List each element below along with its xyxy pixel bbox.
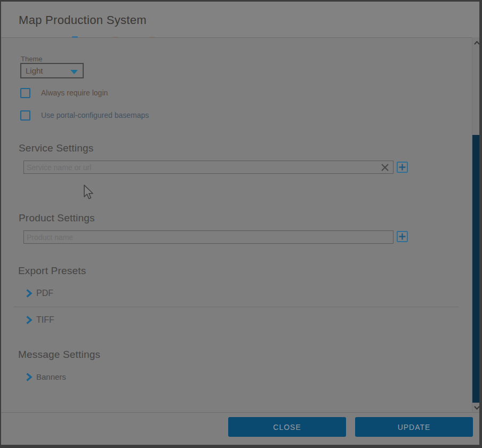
checkbox-label: Use portal-configured basemaps <box>41 111 149 119</box>
export-presets-heading: Export Presets <box>18 265 86 277</box>
update-button[interactable]: UPDATE <box>355 417 473 437</box>
checkbox-label: Always require login <box>41 89 108 97</box>
chevron-down-icon <box>474 406 480 410</box>
chevron-right-icon <box>26 316 33 324</box>
banners-label: Banners <box>36 372 66 381</box>
service-name-input[interactable] <box>23 161 393 174</box>
vertical-scrollbar[interactable] <box>472 37 481 412</box>
portal-basemaps-row[interactable]: Use portal-configured basemaps <box>20 110 149 121</box>
scrolled-out-element-edge <box>72 36 78 38</box>
arrow-cursor <box>84 185 94 202</box>
caret-down-icon <box>70 70 78 74</box>
close-button[interactable]: CLOSE <box>228 417 346 437</box>
product-input-wrap <box>23 230 393 244</box>
theme-label: Theme <box>21 55 42 63</box>
add-service-button[interactable] <box>397 162 408 173</box>
scrollbar-thumb[interactable] <box>472 135 481 403</box>
always-require-login-row[interactable]: Always require login <box>20 87 108 98</box>
tiff-expander[interactable]: TIFF <box>26 315 54 325</box>
always-require-login-checkbox[interactable] <box>20 88 30 98</box>
pdf-expander[interactable]: PDF <box>26 289 53 298</box>
footer-divider <box>1 412 479 413</box>
service-input-wrap <box>23 161 393 174</box>
chevron-up-icon <box>474 41 480 45</box>
page-title: Map Production System <box>19 13 147 27</box>
banners-expander[interactable]: Banners <box>26 372 66 381</box>
map-production-system-dialog: Map Production System Theme Light Always… <box>0 0 482 448</box>
chevron-right-icon <box>26 373 33 381</box>
theme-select[interactable]: Light <box>20 63 84 78</box>
pdf-label: PDF <box>36 289 53 298</box>
scroll-down-button[interactable] <box>472 403 481 412</box>
chevron-right-icon <box>26 289 33 298</box>
x-clear-icon[interactable] <box>381 163 389 172</box>
portal-basemaps-checkbox[interactable] <box>20 110 30 121</box>
scrolled-out-element-edge <box>150 37 155 38</box>
scroll-up-button[interactable] <box>472 38 481 47</box>
service-settings-heading: Service Settings <box>19 142 94 154</box>
plus-icon <box>399 164 406 171</box>
scrolled-out-element-edge <box>113 37 118 38</box>
tiff-label: TIFF <box>36 315 54 325</box>
product-name-input[interactable] <box>23 230 393 244</box>
plus-icon <box>399 233 406 240</box>
dialog-header: Map Production System <box>1 2 479 37</box>
product-settings-heading: Product Settings <box>19 212 95 224</box>
theme-select-value: Light <box>26 66 43 75</box>
add-product-button[interactable] <box>397 231 408 242</box>
message-settings-heading: Message Settings <box>18 349 100 361</box>
preset-divider <box>13 307 459 307</box>
